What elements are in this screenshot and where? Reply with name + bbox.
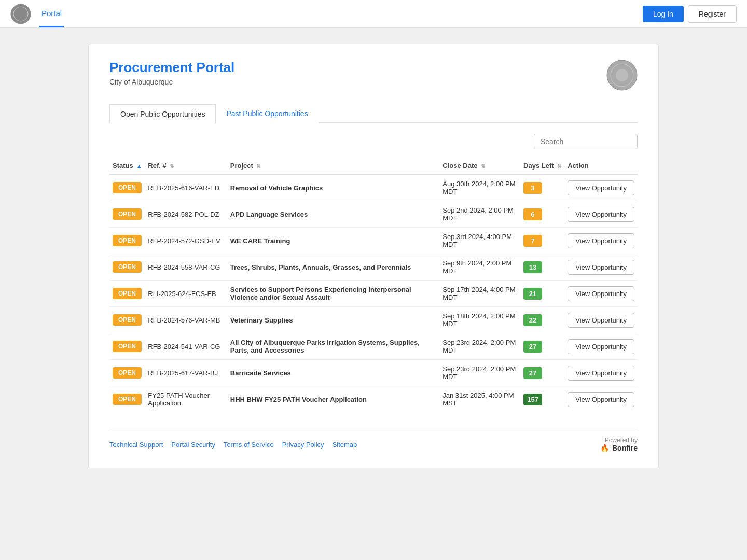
svg-point-5: [616, 69, 628, 81]
cell-close-date: Sep 17th 2024, 4:00 PM MDT: [439, 281, 520, 307]
days-left-badge: 27: [523, 367, 542, 379]
cell-days-left: 157: [520, 386, 564, 413]
footer-link[interactable]: Technical Support: [109, 441, 163, 449]
table-row: OPENRFP-2024-572-GSD-EVWE CARE TrainingS…: [109, 228, 638, 254]
cell-status: OPEN: [109, 281, 145, 307]
view-opportunity-button[interactable]: View Opportunity: [568, 366, 634, 381]
cell-status: OPEN: [109, 386, 145, 413]
cell-ref: RFB-2024-558-VAR-CG: [145, 254, 227, 281]
tab-open-public[interactable]: Open Public Opportunities: [109, 104, 216, 123]
cell-action: View Opportunity: [564, 333, 638, 360]
days-left-badge: 157: [523, 394, 542, 405]
cell-days-left: 13: [520, 254, 564, 281]
view-opportunity-button[interactable]: View Opportunity: [568, 233, 634, 248]
status-badge: OPEN: [113, 288, 142, 299]
status-badge: OPEN: [113, 394, 142, 405]
view-opportunity-button[interactable]: View Opportunity: [568, 286, 634, 301]
cell-status: OPEN: [109, 307, 145, 333]
footer-link[interactable]: Portal Security: [171, 441, 215, 449]
cell-action: View Opportunity: [564, 307, 638, 333]
status-badge: OPEN: [113, 367, 142, 379]
cell-ref: FY25 PATH Voucher Application: [145, 386, 227, 413]
cell-ref: RFB-2025-617-VAR-BJ: [145, 360, 227, 386]
cell-close-date: Aug 30th 2024, 2:00 PM MDT: [439, 174, 520, 201]
cell-ref: RFB-2024-576-VAR-MB: [145, 307, 227, 333]
footer: Technical SupportPortal SecurityTerms of…: [109, 428, 638, 452]
sort-icon-days-left: ⇅: [557, 163, 561, 169]
days-left-badge: 21: [523, 288, 542, 300]
cell-days-left: 3: [520, 174, 564, 201]
cell-close-date: Sep 23rd 2024, 2:00 PM MDT: [439, 360, 520, 386]
cell-ref: RLI-2025-624-FCS-EB: [145, 281, 227, 307]
cell-days-left: 27: [520, 360, 564, 386]
footer-link[interactable]: Terms of Service: [224, 441, 274, 449]
cell-close-date: Jan 31st 2025, 4:00 PM MST: [439, 386, 520, 413]
table-header-row: Status ▲ Ref. # ⇅ Project ⇅ Close Date ⇅…: [109, 158, 638, 174]
cell-days-left: 7: [520, 228, 564, 254]
cell-close-date: Sep 2nd 2024, 2:00 PM MDT: [439, 201, 520, 228]
powered-by-label: Powered by: [605, 437, 638, 444]
login-button[interactable]: Log In: [643, 6, 684, 22]
table-row: OPENRFB-2024-541-VAR-CGAll City of Albuq…: [109, 333, 638, 360]
portal-logo: [606, 60, 638, 91]
col-close-date[interactable]: Close Date ⇅: [439, 158, 520, 174]
powered-by: Powered by 🔥 Bonfire: [600, 437, 638, 452]
table-row: OPENRFB-2024-582-POL-DZAPD Language Serv…: [109, 201, 638, 228]
col-ref[interactable]: Ref. # ⇅: [145, 158, 227, 174]
cell-days-left: 22: [520, 307, 564, 333]
top-navigation: Portal Log In Register: [0, 0, 747, 28]
cell-action: View Opportunity: [564, 228, 638, 254]
view-opportunity-button[interactable]: View Opportunity: [568, 207, 634, 222]
view-opportunity-button[interactable]: View Opportunity: [568, 392, 634, 407]
col-project[interactable]: Project ⇅: [227, 158, 440, 174]
footer-link[interactable]: Sitemap: [333, 441, 357, 449]
table-row: OPENRFB-2024-558-VAR-CGTrees, Shrubs, Pl…: [109, 254, 638, 281]
status-badge: OPEN: [113, 235, 142, 246]
svg-point-2: [17, 10, 25, 18]
cell-action: View Opportunity: [564, 360, 638, 386]
register-button[interactable]: Register: [688, 5, 737, 23]
sort-icon-status: ▲: [136, 163, 142, 169]
footer-link[interactable]: Privacy Policy: [282, 441, 324, 449]
view-opportunity-button[interactable]: View Opportunity: [568, 180, 634, 195]
cell-close-date: Sep 18th 2024, 2:00 PM MDT: [439, 307, 520, 333]
days-left-badge: 22: [523, 314, 542, 326]
cell-status: OPEN: [109, 254, 145, 281]
days-left-badge: 7: [523, 235, 542, 247]
status-badge: OPEN: [113, 182, 142, 193]
portal-nav-link[interactable]: Portal: [39, 9, 64, 27]
cell-project: Veterinary Supplies: [227, 307, 440, 333]
org-logo: [10, 4, 31, 24]
cell-action: View Opportunity: [564, 281, 638, 307]
view-opportunity-button[interactable]: View Opportunity: [568, 260, 634, 275]
status-badge: OPEN: [113, 341, 142, 352]
cell-project: Services to Support Persons Experiencing…: [227, 281, 440, 307]
days-left-badge: 13: [523, 261, 542, 273]
sort-icon-project: ⇅: [256, 163, 260, 169]
col-action: Action: [564, 158, 638, 174]
col-status[interactable]: Status ▲: [109, 158, 145, 174]
col-days-left[interactable]: Days Left ⇅: [520, 158, 564, 174]
cell-action: View Opportunity: [564, 254, 638, 281]
cell-project: Removal of Vehicle Graphics: [227, 174, 440, 201]
table-row: OPENRFB-2025-617-VAR-BJBarricade Service…: [109, 360, 638, 386]
view-opportunity-button[interactable]: View Opportunity: [568, 313, 634, 328]
table-row: OPENRFB-2025-616-VAR-EDRemoval of Vehicl…: [109, 174, 638, 201]
cell-action: View Opportunity: [564, 386, 638, 413]
cell-ref: RFB-2024-541-VAR-CG: [145, 333, 227, 360]
search-input[interactable]: [534, 134, 638, 149]
cell-ref: RFP-2024-572-GSD-EV: [145, 228, 227, 254]
portal-title: Procurement Portal: [109, 60, 234, 76]
portal-header: Procurement Portal City of Albuquerque: [109, 60, 638, 91]
cell-project: WE CARE Training: [227, 228, 440, 254]
days-left-badge: 27: [523, 341, 542, 353]
cell-action: View Opportunity: [564, 174, 638, 201]
tab-past-public[interactable]: Past Public Opportunities: [216, 104, 318, 123]
bonfire-logo: 🔥 Bonfire: [600, 445, 638, 452]
table-row: OPENRFB-2024-576-VAR-MBVeterinary Suppli…: [109, 307, 638, 333]
cell-days-left: 27: [520, 333, 564, 360]
status-badge: OPEN: [113, 261, 142, 273]
status-badge: OPEN: [113, 208, 142, 220]
cell-close-date: Sep 23rd 2024, 2:00 PM MDT: [439, 333, 520, 360]
view-opportunity-button[interactable]: View Opportunity: [568, 339, 634, 354]
